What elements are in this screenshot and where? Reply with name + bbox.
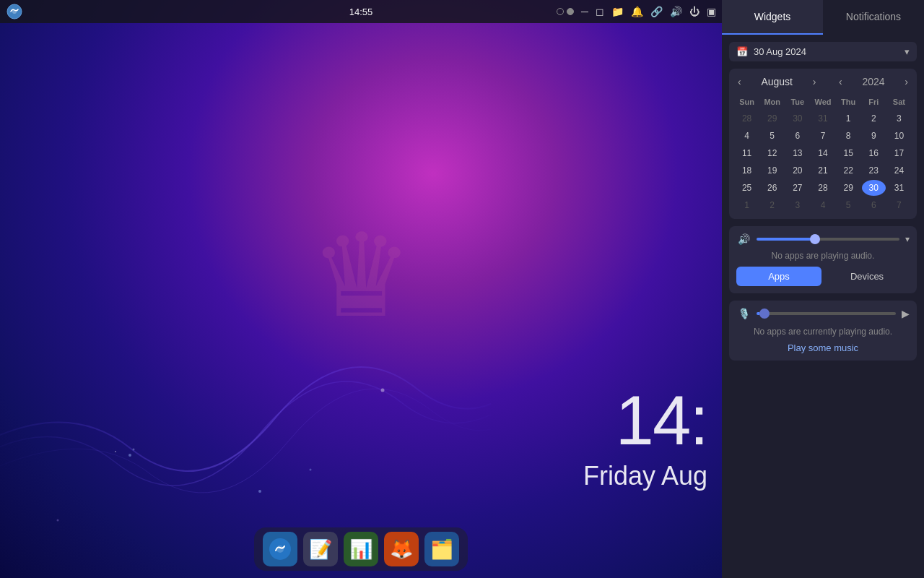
cal-day[interactable]: 1 bbox=[837, 111, 860, 126]
panel-tabs: Widgets Notifications bbox=[722, 0, 924, 35]
power-icon[interactable]: ⏻ bbox=[689, 6, 699, 17]
cal-day[interactable]: 11 bbox=[735, 145, 759, 161]
cal-day[interactable]: 21 bbox=[811, 163, 834, 178]
cal-day[interactable]: 19 bbox=[760, 163, 784, 178]
cal-day[interactable]: 28 bbox=[735, 111, 759, 126]
taskbar-dots bbox=[557, 8, 574, 15]
cal-day[interactable]: 6 bbox=[785, 128, 809, 144]
cal-day[interactable]: 7 bbox=[887, 197, 911, 213]
month-next-button[interactable]: › bbox=[810, 74, 819, 89]
apps-tab[interactable]: Apps bbox=[736, 267, 821, 286]
tab-notifications[interactable]: Notifications bbox=[823, 0, 924, 35]
play-music-link[interactable]: Play some music bbox=[736, 342, 910, 353]
cal-day[interactable]: 9 bbox=[862, 128, 886, 144]
calendar: ‹ August › ‹ 2024 › Sun Mon Tue Wed Thu … bbox=[729, 69, 917, 219]
volume-row: 🔊 ▾ bbox=[736, 233, 910, 245]
devices-tab[interactable]: Devices bbox=[824, 267, 910, 286]
cal-day[interactable]: 15 bbox=[837, 145, 860, 161]
crown-watermark: ♛ bbox=[310, 208, 413, 343]
cal-day[interactable]: 4 bbox=[735, 128, 759, 144]
cal-day[interactable]: 3 bbox=[887, 111, 911, 126]
cal-day[interactable]: 2 bbox=[760, 197, 784, 213]
cal-day[interactable]: 3 bbox=[785, 197, 809, 213]
cal-day[interactable]: 28 bbox=[811, 180, 834, 196]
cal-day[interactable]: 5 bbox=[760, 128, 784, 144]
cal-day[interactable]: 4 bbox=[811, 197, 834, 213]
cal-day[interactable]: 18 bbox=[735, 163, 759, 178]
mic-play-icon[interactable]: ▶ bbox=[902, 308, 910, 319]
folder-icon[interactable]: 📁 bbox=[611, 6, 624, 17]
volume-slider[interactable] bbox=[757, 238, 899, 241]
cal-day[interactable]: 12 bbox=[760, 145, 784, 161]
day-header-mon: Mon bbox=[760, 95, 784, 109]
minimize-icon[interactable]: ─ bbox=[581, 6, 588, 17]
cal-day[interactable]: 30 bbox=[785, 111, 809, 126]
screen-icon[interactable]: ▣ bbox=[707, 6, 716, 17]
year-prev-button[interactable]: ‹ bbox=[836, 74, 845, 89]
taskbar-icons: ─ ◻ 📁 🔔 🔗 🔊 ⏻ ▣ bbox=[557, 6, 716, 17]
cal-day[interactable]: 22 bbox=[837, 163, 860, 178]
cal-day[interactable]: 14 bbox=[811, 145, 834, 161]
cal-day[interactable]: 2 bbox=[862, 111, 886, 126]
cal-day[interactable]: 23 bbox=[862, 163, 886, 178]
volume-icon[interactable]: 🔊 bbox=[670, 6, 682, 17]
svg-point-0 bbox=[128, 454, 131, 457]
cal-day[interactable]: 1 bbox=[735, 197, 759, 213]
cal-day[interactable]: 5 bbox=[837, 197, 860, 213]
cal-day[interactable]: 8 bbox=[837, 128, 860, 144]
microphone-icon: 🎙️ bbox=[736, 308, 751, 319]
dock-text-editor[interactable]: 📝 bbox=[303, 532, 338, 566]
dock-steambird[interactable] bbox=[263, 532, 297, 566]
clock-date: Friday Aug bbox=[583, 461, 707, 491]
speaker-icon: 🔊 bbox=[736, 233, 751, 245]
bell-icon[interactable]: 🔔 bbox=[631, 6, 643, 17]
cal-day[interactable]: 13 bbox=[785, 145, 809, 161]
cal-day[interactable]: 29 bbox=[760, 111, 784, 126]
tab-widgets[interactable]: Widgets bbox=[722, 0, 823, 35]
calendar-month-year: August bbox=[761, 76, 793, 87]
cal-day[interactable]: 16 bbox=[862, 145, 886, 161]
dock-firefox[interactable]: 🦊 bbox=[384, 532, 419, 566]
date-selector[interactable]: 📅 30 Aug 2024 ▾ bbox=[729, 42, 917, 61]
month-prev-button[interactable]: ‹ bbox=[735, 74, 744, 89]
cal-day[interactable]: 31 bbox=[811, 111, 834, 126]
taskbar-logo[interactable] bbox=[6, 3, 23, 20]
year-next-button[interactable]: › bbox=[902, 74, 911, 89]
clock-time: 14: bbox=[583, 386, 707, 455]
dock-files[interactable]: 🗂️ bbox=[424, 532, 459, 566]
panel-content: 📅 30 Aug 2024 ▾ ‹ August › ‹ 2024 › Sun … bbox=[722, 35, 924, 578]
cal-day[interactable]: 31 bbox=[887, 180, 911, 196]
mic-slider[interactable] bbox=[757, 312, 896, 315]
right-panel: Widgets Notifications 📅 30 Aug 2024 ▾ ‹ … bbox=[722, 0, 924, 578]
cal-day[interactable]: 17 bbox=[887, 145, 911, 161]
date-text: 30 Aug 2024 bbox=[754, 46, 905, 57]
volume-section: 🔊 ▾ No apps are playing audio. Apps Devi… bbox=[729, 226, 917, 293]
window-icon[interactable]: ◻ bbox=[596, 6, 604, 17]
svg-point-4 bbox=[381, 389, 385, 392]
dock-sheets[interactable]: 📊 bbox=[344, 532, 378, 566]
link-icon[interactable]: 🔗 bbox=[650, 6, 663, 17]
svg-point-1 bbox=[115, 451, 116, 452]
cal-day[interactable]: 26 bbox=[760, 180, 784, 196]
cal-day[interactable]: 10 bbox=[887, 128, 911, 144]
day-header-fri: Fri bbox=[862, 95, 886, 109]
cal-day-today[interactable]: 30 bbox=[862, 180, 886, 196]
calendar-month: August bbox=[761, 76, 793, 87]
wave-decoration bbox=[0, 246, 491, 535]
svg-point-8 bbox=[12, 9, 17, 14]
calendar-year: 2024 bbox=[862, 76, 884, 87]
svg-point-5 bbox=[57, 519, 59, 522]
cal-day[interactable]: 25 bbox=[735, 180, 759, 196]
cal-day[interactable]: 29 bbox=[837, 180, 860, 196]
clock-display: 14: Friday Aug bbox=[583, 386, 707, 491]
cal-day[interactable]: 20 bbox=[785, 163, 809, 178]
day-header-thu: Thu bbox=[837, 95, 860, 109]
cal-day[interactable]: 7 bbox=[811, 128, 834, 144]
cal-day[interactable]: 6 bbox=[862, 197, 886, 213]
cal-day[interactable]: 27 bbox=[785, 180, 809, 196]
mic-row: 🎙️ ▶ bbox=[736, 308, 910, 319]
cal-day[interactable]: 24 bbox=[887, 163, 911, 178]
dock: 📝 📊 🦊 🗂️ bbox=[254, 527, 468, 571]
volume-dropdown-icon[interactable]: ▾ bbox=[905, 234, 910, 244]
calendar-grid: Sun Mon Tue Wed Thu Fri Sat 28 29 30 31 … bbox=[735, 95, 911, 213]
